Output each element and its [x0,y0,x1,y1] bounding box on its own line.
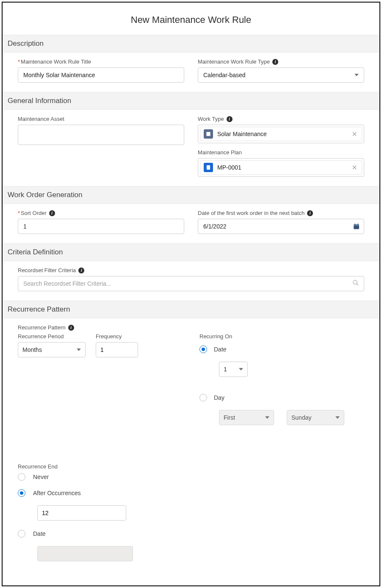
section-criteria-header: Criteria Definition [3,243,379,261]
recurring-day-label: Day [214,394,224,401]
end-after-input[interactable] [37,505,126,521]
search-icon [352,279,359,288]
end-after-label: After Occurrences [33,490,81,496]
section-general-header: General Information [3,92,379,110]
recordset-search-input[interactable] [18,276,364,291]
asset-label: Maintenance Asset [18,116,184,122]
svg-rect-0 [206,132,210,136]
end-never-radio[interactable] [18,473,25,481]
firstdate-input[interactable] [198,219,364,234]
calendar-icon[interactable] [353,223,360,230]
chevron-down-icon [354,74,359,76]
remove-icon[interactable] [351,164,358,171]
page-title: New Maintenance Work Rule [3,3,379,35]
type-label: Maintenance Work Rule Type i [198,59,364,65]
worktype-value: Solar Maintenance [217,131,346,137]
worktype-label: Work Type i [198,116,364,122]
info-icon[interactable]: i [68,325,74,331]
worktype-icon [204,129,213,139]
section-recurrence-header: Recurrence Pattern [3,301,379,318]
info-icon[interactable]: i [272,59,278,65]
svg-rect-9 [357,223,358,225]
section-workorder-header: Work Order Generation [3,186,379,204]
info-icon[interactable]: i [307,210,313,216]
asset-input[interactable] [18,125,184,145]
day-ordinal-select[interactable]: First [219,410,274,425]
recurrence-end-label: Recurrence End [18,463,364,470]
recordset-label: Recordset Filter Criteria i [18,267,364,273]
recurring-date-radio[interactable] [199,346,207,353]
worktype-lookup[interactable]: Solar Maintenance [198,125,364,143]
info-icon[interactable]: i [49,210,55,216]
end-date-radio[interactable] [18,530,25,538]
period-label: Recurrence Period [18,333,86,340]
recurring-on-label: Recurring On [199,333,364,340]
plan-lookup[interactable]: MP-0001 [198,158,364,177]
title-input[interactable] [18,67,184,83]
frequency-input[interactable] [96,342,138,357]
chevron-down-icon [265,416,269,419]
end-after-radio[interactable] [18,489,25,497]
sortorder-input[interactable] [18,219,184,234]
firstdate-label: Date of the first work order in the next… [198,210,364,216]
plan-label: Maintenance Plan [198,149,364,156]
recurring-date-select[interactable]: 1 [219,362,248,377]
remove-icon[interactable] [351,130,358,138]
svg-rect-8 [354,223,355,225]
day-name-select[interactable]: Sunday [287,410,344,425]
recurring-date-label: Date [214,346,227,353]
end-never-label: Never [33,474,49,480]
svg-rect-3 [207,165,210,170]
svg-rect-7 [354,224,359,226]
recurring-day-radio[interactable] [199,394,207,401]
period-select[interactable]: Months [18,342,86,357]
frequency-label: Frequency [96,333,138,340]
chevron-down-icon [239,368,243,371]
plan-value: MP-0001 [217,164,346,171]
sortorder-label: *Sort Order i [18,210,184,216]
end-date-label: Date [33,530,46,537]
svg-line-11 [357,284,358,285]
type-select[interactable]: Calendar-based [198,67,364,83]
info-icon[interactable]: i [227,116,233,122]
svg-point-10 [353,280,357,284]
chevron-down-icon [77,348,81,351]
chevron-down-icon [335,416,340,419]
section-description-header: Description [3,35,379,53]
plan-icon [204,163,213,172]
end-date-input[interactable] [37,546,133,561]
info-icon[interactable]: i [78,268,84,273]
title-label: *Maintenance Work Rule Title [18,59,184,65]
recurrence-pattern-label: Recurrence Pattern i [18,324,364,331]
